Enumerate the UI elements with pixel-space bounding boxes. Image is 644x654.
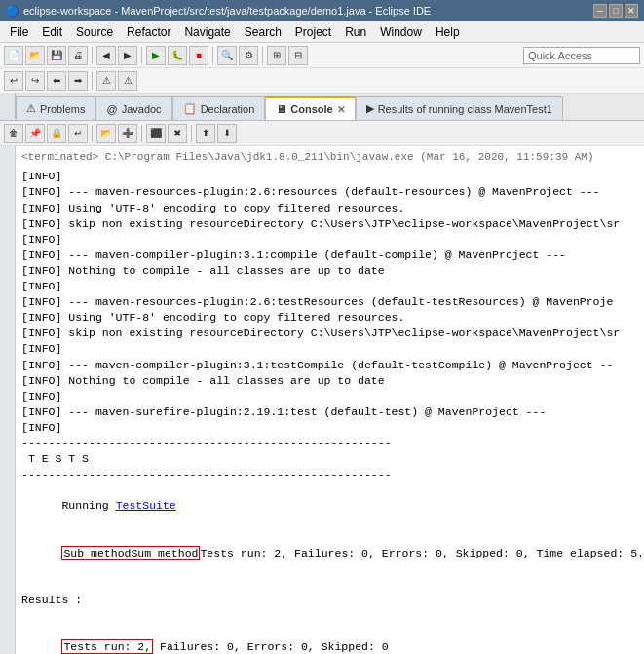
console-new-button[interactable]: ➕ xyxy=(118,124,137,143)
close-button[interactable]: ✕ xyxy=(625,4,638,18)
console-line-2: [INFO] Using 'UTF-8' encoding to copy fi… xyxy=(21,201,638,216)
console-line-11: [INFO] xyxy=(21,341,638,357)
toolbar-row1: 📄 📂 💾 🖨 ◀ ▶ ▶ 🐛 ■ 🔍 ⚙ ⊞ ⊟ Quick Access xyxy=(0,43,644,68)
tab-javadoc-label: Javadoc xyxy=(122,103,162,115)
tab-results-label: Results of running class MavenTest1 xyxy=(378,103,552,115)
side-icons xyxy=(0,146,16,654)
title-bar-left: 🔵 eclipse-workspace - MavenProject/src/t… xyxy=(6,5,431,18)
toolbar-sep1 xyxy=(92,47,93,64)
running-line: Running TestSuite xyxy=(21,482,638,529)
pin-console-button[interactable]: 📌 xyxy=(25,124,45,143)
perspective-btn[interactable]: ⊞ xyxy=(267,46,286,65)
undo-button[interactable]: ↩ xyxy=(4,71,23,91)
tab-results[interactable]: ▶ Results of running class MavenTest1 xyxy=(356,96,563,120)
save-button[interactable]: 💾 xyxy=(47,46,66,65)
console-line-7: [INFO] xyxy=(21,279,638,294)
console-line-6: [INFO] Nothing to compile - all classes … xyxy=(21,263,638,279)
forward-button[interactable]: ▶ xyxy=(118,46,137,65)
menu-bar: File Edit Source Refactor Navigate Searc… xyxy=(0,21,644,43)
console-icon: 🖥 xyxy=(276,103,286,115)
tab-strip-left-icons xyxy=(0,93,16,120)
tab-console-close[interactable]: ✕ xyxy=(337,104,345,115)
run-button[interactable]: ▶ xyxy=(146,46,166,65)
title-bar-controls[interactable]: ─ □ ✕ xyxy=(593,4,638,18)
open-button[interactable]: 📂 xyxy=(25,46,45,65)
tab-console-label: Console xyxy=(290,103,332,115)
menu-refactor[interactable]: Refactor xyxy=(121,23,176,41)
maximize-view-button[interactable]: ⬆ xyxy=(196,124,215,143)
tab-problems[interactable]: ⚠ Problems xyxy=(16,96,95,120)
running-link[interactable]: TestSuite xyxy=(116,499,176,512)
prev-error-button[interactable]: ⚠ xyxy=(118,71,137,91)
results-icon: ▶ xyxy=(366,102,374,115)
toolbar2-sep1 xyxy=(92,72,93,90)
console-line-5: [INFO] --- maven-compiler-plugin:3.1:com… xyxy=(21,248,638,263)
remove-all-button[interactable]: ✖ xyxy=(168,124,187,143)
menu-navigate[interactable]: Navigate xyxy=(178,23,236,41)
tests-run-line: Tests run: 2, Failures: 0, Errors: 0, Sk… xyxy=(21,624,638,654)
eclipse-icon: 🔵 xyxy=(6,5,19,18)
menu-project[interactable]: Project xyxy=(289,23,337,41)
tab-problems-label: Problems xyxy=(40,103,85,115)
tab-strip: ⚠ Problems @ Javadoc 📋 Declaration 🖥 Con… xyxy=(0,94,644,121)
menu-run[interactable]: Run xyxy=(339,23,372,41)
refactor-btn[interactable]: ⚙ xyxy=(239,46,258,65)
debug-button[interactable]: 🐛 xyxy=(168,46,187,65)
menu-source[interactable]: Source xyxy=(70,23,119,41)
toolbar-row2: ↩ ↪ ⬅ ➡ ⚠ ⚠ xyxy=(0,68,644,94)
new-button[interactable]: 📄 xyxy=(4,46,23,65)
menu-search[interactable]: Search xyxy=(239,23,287,41)
redo-button[interactable]: ↪ xyxy=(25,71,45,91)
sub-method-rest: Tests run: 2, Failures: 0, Errors: 0, Sk… xyxy=(200,547,644,559)
view-btn[interactable]: ⊟ xyxy=(288,46,308,65)
console-line-0: [INFO] xyxy=(21,169,638,184)
separator2: ----------------------------------------… xyxy=(21,467,638,482)
console-line-16: [INFO] xyxy=(21,420,638,436)
sub-method-highlight: Sub methodSum method xyxy=(61,546,200,560)
tests-run-highlight: Tests run: 2, xyxy=(61,639,153,654)
console-sep2 xyxy=(141,125,142,142)
separator1: ----------------------------------------… xyxy=(21,436,638,451)
scroll-lock-button[interactable]: 🔒 xyxy=(47,124,66,143)
tab-javadoc[interactable]: @ Javadoc xyxy=(95,96,171,120)
search-btn[interactable]: 🔍 xyxy=(217,46,237,65)
title-bar: 🔵 eclipse-workspace - MavenProject/src/t… xyxy=(0,0,644,21)
terminate-button[interactable]: ⬛ xyxy=(146,124,166,143)
menu-help[interactable]: Help xyxy=(430,23,466,41)
blank-line1 xyxy=(21,577,638,593)
console-line-10: [INFO] skip non existing resourceDirecto… xyxy=(21,326,638,341)
nav-back-button[interactable]: ⬅ xyxy=(47,71,66,91)
open-file-button[interactable]: 📂 xyxy=(96,124,116,143)
main-area: <terminated> C:\Program Files\Java\jdk1.… xyxy=(0,146,644,654)
back-button[interactable]: ◀ xyxy=(96,46,116,65)
menu-edit[interactable]: Edit xyxy=(36,23,68,41)
terminated-bar: <terminated> C:\Program Files\Java\jdk1.… xyxy=(21,150,638,165)
menu-file[interactable]: File xyxy=(4,23,34,41)
console-line-12: [INFO] --- maven-compiler-plugin:3.1:tes… xyxy=(21,358,638,373)
console-sep1 xyxy=(92,125,93,142)
console-line-9: [INFO] Using 'UTF-8' encoding to copy fi… xyxy=(21,310,638,326)
console-line-14: [INFO] xyxy=(21,389,638,404)
tab-declaration[interactable]: 📋 Declaration xyxy=(172,96,266,120)
maximize-button[interactable]: □ xyxy=(609,4,623,18)
next-error-button[interactable]: ⚠ xyxy=(96,71,116,91)
console-line-13: [INFO] Nothing to compile - all classes … xyxy=(21,373,638,389)
stop-button[interactable]: ■ xyxy=(189,46,208,65)
tests-header: T E S T S xyxy=(21,451,638,467)
quick-access-input[interactable]: Quick Access xyxy=(523,47,640,64)
tab-console[interactable]: 🖥 Console ✕ xyxy=(265,96,355,120)
minimize-view-button[interactable]: ⬇ xyxy=(217,124,237,143)
declaration-icon: 📋 xyxy=(183,102,197,115)
toolbar-sep4 xyxy=(262,47,263,64)
clear-console-button[interactable]: 🗑 xyxy=(4,124,23,143)
minimize-button[interactable]: ─ xyxy=(593,4,607,18)
menu-window[interactable]: Window xyxy=(374,23,428,41)
javadoc-icon: @ xyxy=(106,103,117,115)
print-button[interactable]: 🖨 xyxy=(68,46,88,65)
nav-fwd-button[interactable]: ➡ xyxy=(68,71,88,91)
word-wrap-button[interactable]: ↵ xyxy=(68,124,88,143)
console-line-3: [INFO] skip non existing resourceDirecto… xyxy=(21,216,638,232)
console-toolbar: 🗑 📌 🔒 ↵ 📂 ➕ ⬛ ✖ ⬆ ⬇ xyxy=(0,121,644,146)
toolbar-sep2 xyxy=(141,47,142,64)
console-line-15: [INFO] --- maven-surefire-plugin:2.19.1:… xyxy=(21,404,638,420)
